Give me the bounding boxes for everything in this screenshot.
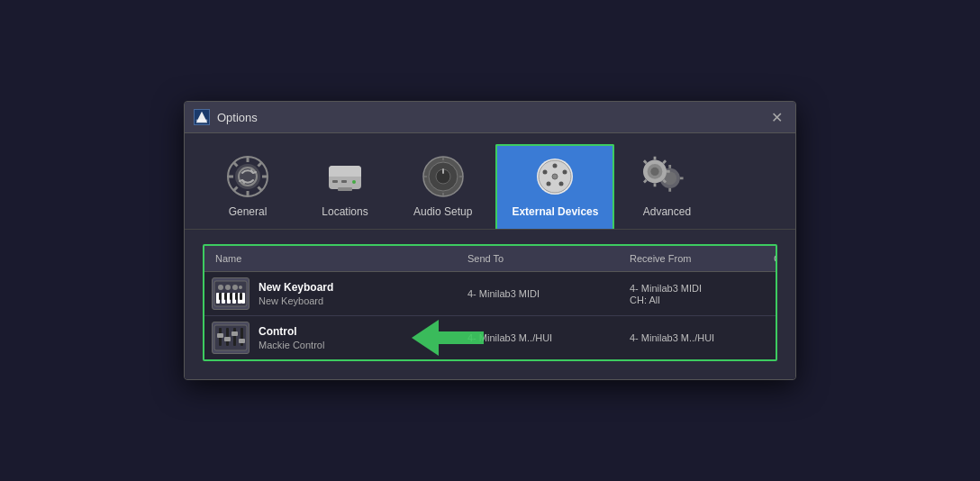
keyboard-icon: [212, 277, 250, 310]
device-info: New Keyboard New Keyboard: [259, 281, 333, 306]
table-row[interactable]: Control Mackie Control 4- Minilab3 M../H…: [204, 316, 777, 359]
receive-from-cell: 4- Minilab3 MIDI CH: All: [626, 283, 770, 305]
svg-line-42: [644, 160, 647, 163]
tab-general[interactable]: General: [203, 144, 293, 229]
control-icon: [212, 322, 250, 354]
svg-point-24: [543, 170, 548, 175]
device-info: Control Mackie Control: [259, 325, 324, 350]
svg-rect-59: [230, 293, 232, 300]
devices-table: Name Send To Receive From Ck Tc In: [203, 244, 777, 361]
close-button[interactable]: ✕: [767, 107, 786, 127]
title-bar-left: Options: [194, 109, 258, 125]
svg-rect-11: [338, 187, 352, 191]
receive-from-cell: 4- Minilab3 M../HUI: [626, 332, 770, 343]
general-icon: [224, 153, 271, 200]
svg-rect-67: [217, 333, 223, 338]
svg-point-27: [559, 182, 564, 186]
svg-line-44: [664, 160, 667, 163]
svg-rect-2: [196, 120, 207, 122]
svg-rect-61: [240, 293, 242, 300]
svg-point-48: [225, 285, 231, 290]
device-name: New Keyboard: [259, 281, 333, 294]
svg-rect-70: [239, 339, 245, 343]
tab-audio-setup[interactable]: Audio Setup: [397, 144, 488, 229]
svg-rect-69: [231, 331, 238, 336]
svg-point-12: [352, 180, 356, 184]
svg-point-47: [218, 285, 223, 290]
advanced-icon: [643, 153, 690, 200]
table-header-row: Name Send To Receive From Ck Tc In: [204, 246, 777, 272]
svg-rect-10: [341, 180, 347, 183]
tab-audio-setup-label: Audio Setup: [413, 205, 472, 218]
svg-rect-57: [219, 293, 222, 300]
svg-point-23: [553, 164, 558, 168]
table-main: Name Send To Receive From Ck Tc In: [204, 246, 777, 359]
svg-rect-68: [224, 337, 231, 341]
content-area: Name Send To Receive From Ck Tc In: [185, 230, 795, 379]
external-devices-icon: [531, 153, 578, 200]
arrow-annotation: [412, 315, 484, 360]
table-row[interactable]: New Keyboard New Keyboard 4- Minilab3 MI…: [204, 272, 777, 316]
device-cell: New Keyboard New Keyboard: [212, 277, 464, 310]
audio-setup-icon: [420, 153, 467, 200]
tab-external-devices[interactable]: External Devices: [495, 144, 614, 229]
tab-external-devices-label: External Devices: [512, 205, 598, 218]
svg-rect-60: [235, 293, 238, 300]
options-window: Options ✕: [184, 101, 796, 380]
tab-advanced-label: Advanced: [643, 205, 691, 218]
send-to-cell: 4- Minilab3 M../HUI: [464, 332, 626, 343]
svg-point-25: [563, 170, 567, 175]
title-bar: Options ✕: [185, 102, 795, 133]
tab-general-label: General: [229, 205, 268, 218]
svg-rect-9: [332, 180, 338, 183]
tab-advanced[interactable]: Advanced: [622, 144, 712, 229]
col-header-receive: Receive From: [626, 251, 770, 266]
svg-point-50: [239, 286, 242, 289]
device-subname: Mackie Control: [259, 340, 324, 350]
svg-point-26: [547, 182, 551, 186]
device-subname: New Keyboard: [259, 295, 333, 306]
send-to-cell: 4- Minilab3 MIDI: [464, 288, 626, 299]
svg-rect-8: [329, 171, 361, 177]
svg-point-37: [651, 168, 659, 176]
svg-line-45: [644, 180, 647, 183]
svg-line-43: [664, 180, 667, 183]
receive-line-1: 4- Minilab3 M../HUI: [630, 332, 767, 343]
svg-marker-71: [412, 320, 484, 356]
col-header-name: Name: [212, 251, 464, 266]
tab-locations-label: Locations: [322, 205, 368, 218]
window-title: Options: [217, 111, 258, 124]
receive-line-1: 4- Minilab3 MIDI: [630, 283, 767, 294]
locations-icon: [322, 153, 368, 200]
device-name: Control: [259, 325, 324, 338]
svg-point-49: [232, 285, 238, 290]
col-header-ck: Ck: [770, 251, 777, 266]
svg-point-28: [552, 174, 558, 179]
col-header-send: Send To: [464, 251, 626, 266]
svg-rect-58: [224, 293, 227, 300]
tab-locations[interactable]: Locations: [300, 144, 390, 229]
app-logo: [194, 109, 210, 125]
toolbar: General Locations: [185, 133, 795, 230]
svg-rect-65: [233, 328, 236, 346]
receive-line-2: CH: All: [630, 295, 767, 305]
